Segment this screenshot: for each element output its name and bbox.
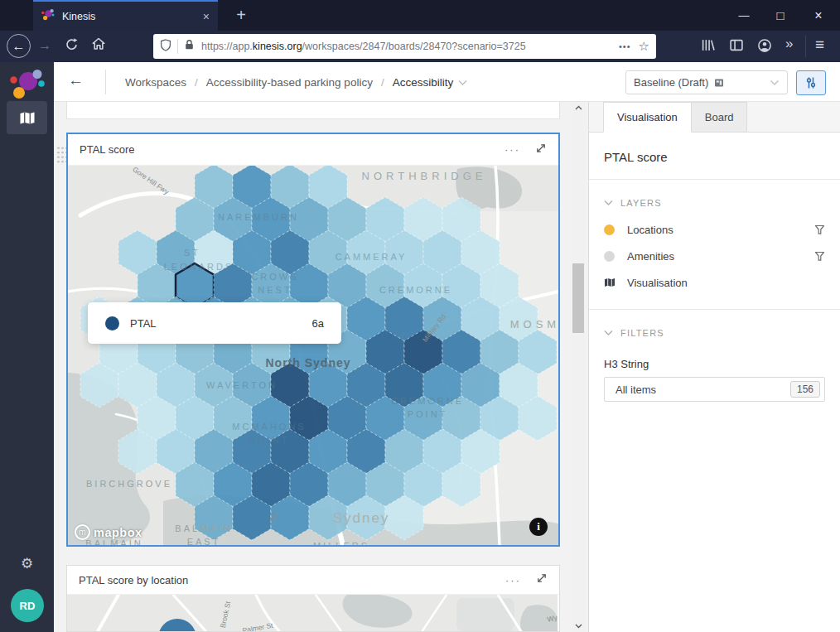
url-text[interactable]: https://app.kinesis.org/workspaces/2847/…: [201, 41, 615, 52]
expand-icon[interactable]: [535, 142, 547, 157]
breadcrumb-separator: /: [381, 76, 384, 89]
card-title: PTAL score: [80, 143, 504, 156]
breadcrumb-item[interactable]: Accessibility-based parking policy: [206, 76, 373, 89]
card-header: PTAL score by location ···: [67, 566, 559, 595]
breadcrumb-chevron-icon[interactable]: [453, 76, 467, 89]
scenario-badge-icon: [714, 78, 724, 88]
scrollbar-thumb[interactable]: [572, 263, 584, 333]
card-partial-above: [66, 102, 560, 119]
window-close-button[interactable]: ×: [800, 0, 837, 31]
menu-icon[interactable]: ≡: [815, 36, 824, 54]
map-icon: [19, 111, 36, 125]
layer-name: Amenities: [627, 250, 814, 263]
sidebars-icon[interactable]: [729, 38, 744, 55]
user-avatar[interactable]: RD: [11, 589, 44, 622]
browser-window: Kinesis × + — □ × ← → https://app.kinesi…: [0, 0, 840, 632]
sliders-icon: [804, 76, 818, 89]
home-icon[interactable]: [91, 36, 106, 55]
layers-list: LocationsAmenitiesVisualisation: [589, 216, 840, 296]
card-menu-icon[interactable]: ···: [504, 143, 520, 156]
tooltip-value: 6a: [312, 317, 324, 330]
tooltip-label: PTAL: [130, 317, 312, 330]
url-path: /workspaces/2847/boards/28470?scenario=3…: [302, 41, 526, 52]
layers-section-header[interactable]: LAYERS: [589, 180, 840, 216]
map-icon: [604, 277, 616, 287]
library-icon[interactable]: [701, 38, 716, 55]
header-divider: [105, 70, 106, 94]
tab-title: Kinesis: [62, 11, 203, 22]
window-minimize-button[interactable]: —: [726, 0, 762, 31]
filter-select[interactable]: All items 156: [604, 377, 825, 402]
tooltip-series-dot: [105, 316, 119, 330]
board-canvas: PTAL score ···: [54, 102, 588, 632]
mapbox-wordmark: mapbox: [94, 526, 142, 539]
kinesis-logo[interactable]: [10, 69, 45, 105]
bookmark-star-icon[interactable]: ☆: [639, 39, 649, 54]
card-ptal-by-location[interactable]: PTAL score by location ···: [66, 565, 560, 632]
tracking-protection-icon[interactable]: [160, 39, 171, 55]
tab-visualisation[interactable]: Visualisation: [603, 102, 692, 133]
board-settings-button[interactable]: [796, 70, 826, 95]
card-ptal-score[interactable]: PTAL score ···: [66, 133, 560, 547]
layers-section-label: LAYERS: [620, 198, 662, 208]
page-actions-icon[interactable]: •••: [619, 41, 631, 51]
app-sidebar: ⚙ RD: [0, 62, 54, 632]
chevron-down-icon: [604, 200, 613, 206]
back-button[interactable]: ←: [7, 34, 31, 58]
breadcrumb: Workspaces/Accessibility-based parking p…: [125, 62, 467, 102]
ptal-location-map[interactable]: Brook StPalmer StWyo: [67, 595, 558, 632]
filter-count-badge: 156: [790, 381, 820, 398]
breadcrumb-item[interactable]: Accessibility: [393, 76, 454, 89]
account-icon[interactable]: [757, 38, 772, 56]
layer-row-amenities[interactable]: Amenities: [589, 243, 840, 269]
tab-board[interactable]: Board: [692, 102, 748, 133]
layer-row-locations[interactable]: Locations: [589, 216, 840, 243]
header-back-button[interactable]: ←: [68, 71, 84, 89]
settings-gear-icon[interactable]: ⚙: [0, 555, 54, 572]
reload-icon[interactable]: [65, 37, 79, 55]
tab-close-icon[interactable]: ×: [203, 10, 210, 23]
scroll-down-arrow[interactable]: [572, 620, 585, 632]
toolbar-divider: [805, 36, 806, 57]
layer-filter-icon[interactable]: [814, 251, 825, 262]
url-domain: kinesis.org: [253, 41, 302, 52]
browser-tab-bar: Kinesis × + — □ ×: [0, 0, 840, 31]
layer-row-visualisation[interactable]: Visualisation: [589, 269, 840, 296]
new-tab-button[interactable]: +: [230, 4, 252, 26]
chevron-down-icon: [770, 76, 780, 89]
scroll-up-arrow[interactable]: [572, 102, 585, 113]
url-scheme: https://app.: [201, 41, 253, 52]
filters-section: FILTERS H3 String All items 156: [589, 310, 840, 402]
chevron-down-icon: [604, 330, 613, 336]
layer-filter-icon[interactable]: [814, 224, 825, 235]
window-maximize-button[interactable]: □: [762, 0, 799, 31]
panel-title: PTAL score: [589, 133, 840, 180]
filters-section-label: FILTERS: [620, 328, 664, 338]
card-header: PTAL score ···: [68, 134, 558, 166]
breadcrumb-item[interactable]: Workspaces: [125, 76, 186, 89]
mapbox-mark-icon: m: [75, 524, 90, 540]
forward-button[interactable]: →: [38, 38, 51, 53]
filter-value: All items: [616, 384, 790, 396]
filters-section-header[interactable]: FILTERS: [589, 310, 840, 346]
lock-icon[interactable]: [184, 39, 195, 54]
browser-tab-active[interactable]: Kinesis ×: [33, 0, 218, 31]
favicon: [41, 8, 55, 25]
content-scrollbar[interactable]: [572, 102, 585, 632]
breadcrumb-separator: /: [195, 76, 198, 89]
layer-name: Visualisation: [627, 277, 825, 289]
ptal-hexbin-map[interactable]: Gore Hill FwyNORTHBRIDGENAREMBURNCAMMERA…: [68, 166, 558, 545]
attribution-info-button[interactable]: i: [529, 518, 548, 536]
layer-color-swatch: [604, 224, 615, 235]
scenario-value: Baseline (Draft): [634, 76, 708, 89]
map-tooltip: PTAL 6a: [88, 302, 341, 344]
more-tools-icon[interactable]: »: [785, 36, 793, 52]
expand-icon[interactable]: [536, 572, 548, 587]
app-header: ← Workspaces/Accessibility-based parking…: [54, 62, 840, 102]
sidebar-item-boards[interactable]: [7, 101, 47, 134]
mapbox-logo[interactable]: m mapbox: [75, 524, 142, 540]
card-menu-icon[interactable]: ···: [505, 574, 521, 586]
url-bar[interactable]: https://app.kinesis.org/workspaces/2847/…: [153, 34, 656, 59]
scenario-selector[interactable]: Baseline (Draft): [625, 70, 788, 94]
layers-section: LAYERS LocationsAmenitiesVisualisation: [589, 180, 840, 310]
